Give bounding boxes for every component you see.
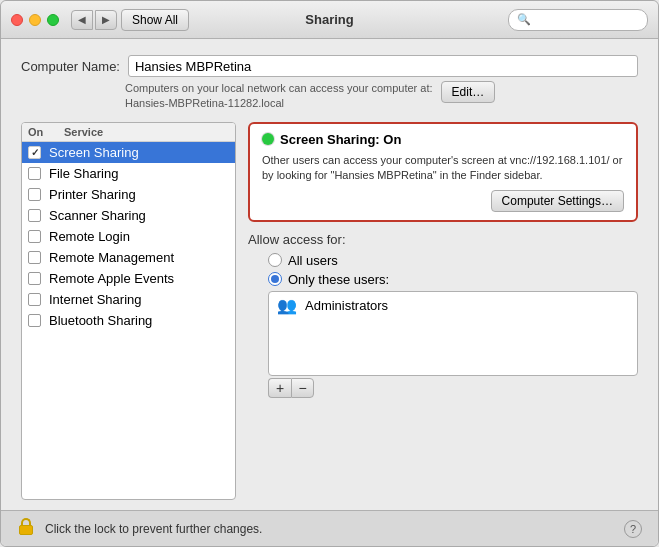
services-header: On Service: [22, 123, 235, 142]
computer-settings-button[interactable]: Computer Settings…: [491, 190, 624, 212]
service-name-label: Scanner Sharing: [49, 208, 146, 223]
radio-label: Only these users:: [288, 272, 389, 287]
service-checkbox[interactable]: [28, 188, 41, 201]
service-checkbox[interactable]: [28, 314, 41, 327]
main-window: ◀ ▶ Show All Sharing 🔍 Computer Name: Co…: [0, 0, 659, 547]
services-list: On Service Screen SharingFile SharingPri…: [21, 122, 236, 500]
computer-name-hint: Computers on your local network can acce…: [125, 81, 433, 112]
col-on-header: On: [28, 126, 56, 138]
lock-body: [19, 525, 33, 535]
main-panel: On Service Screen SharingFile SharingPri…: [21, 122, 638, 500]
service-item[interactable]: Internet Sharing: [22, 289, 235, 310]
show-all-button[interactable]: Show All: [121, 9, 189, 31]
users-list-box: 👥Administrators: [268, 291, 638, 376]
add-user-button[interactable]: +: [268, 378, 291, 398]
service-name-label: Bluetooth Sharing: [49, 313, 152, 328]
radio-button[interactable]: [268, 272, 282, 286]
service-name-label: Screen Sharing: [49, 145, 139, 160]
radio-row[interactable]: All users: [268, 253, 638, 268]
back-button[interactable]: ◀: [71, 10, 93, 30]
service-item[interactable]: Scanner Sharing: [22, 205, 235, 226]
radio-button[interactable]: [268, 253, 282, 267]
computer-name-input[interactable]: [128, 55, 638, 77]
user-icon: 👥: [277, 296, 297, 315]
status-dot: [262, 133, 274, 145]
computer-name-label: Computer Name:: [21, 59, 120, 74]
search-input[interactable]: [535, 13, 639, 27]
col-service-header: Service: [64, 126, 229, 138]
user-item[interactable]: 👥Administrators: [269, 292, 637, 319]
services-items: Screen SharingFile SharingPrinter Sharin…: [22, 142, 235, 499]
service-checkbox[interactable]: [28, 146, 41, 159]
radio-group: All usersOnly these users:: [268, 253, 638, 287]
help-button[interactable]: ?: [624, 520, 642, 538]
service-name-label: Printer Sharing: [49, 187, 136, 202]
users-list-controls: + −: [268, 378, 638, 398]
radio-row[interactable]: Only these users:: [268, 272, 638, 287]
service-name-label: Remote Apple Events: [49, 271, 174, 286]
right-panel: Screen Sharing: On Other users can acces…: [248, 122, 638, 500]
service-checkbox[interactable]: [28, 167, 41, 180]
service-item[interactable]: File Sharing: [22, 163, 235, 184]
status-box: Screen Sharing: On Other users can acces…: [248, 122, 638, 222]
radio-label: All users: [288, 253, 338, 268]
status-title: Screen Sharing: On: [262, 132, 624, 147]
service-checkbox[interactable]: [28, 230, 41, 243]
user-name-label: Administrators: [305, 298, 388, 313]
service-item[interactable]: Screen Sharing: [22, 142, 235, 163]
lock-icon[interactable]: [17, 518, 35, 540]
close-button[interactable]: [11, 14, 23, 26]
nav-buttons: ◀ ▶: [71, 10, 117, 30]
access-label: Allow access for:: [248, 232, 638, 247]
service-item[interactable]: Remote Apple Events: [22, 268, 235, 289]
service-checkbox[interactable]: [28, 251, 41, 264]
lock-shackle: [21, 518, 31, 525]
titlebar: ◀ ▶ Show All Sharing 🔍: [1, 1, 658, 39]
lock-text: Click the lock to prevent further change…: [45, 522, 262, 536]
search-box[interactable]: 🔍: [508, 9, 648, 31]
service-item[interactable]: Remote Management: [22, 247, 235, 268]
search-icon: 🔍: [517, 13, 531, 26]
service-name-label: Remote Management: [49, 250, 174, 265]
service-item[interactable]: Bluetooth Sharing: [22, 310, 235, 331]
service-checkbox[interactable]: [28, 209, 41, 222]
service-checkbox[interactable]: [28, 293, 41, 306]
service-name-label: Internet Sharing: [49, 292, 142, 307]
service-name-label: File Sharing: [49, 166, 118, 181]
window-title: Sharing: [305, 12, 353, 27]
minimize-button[interactable]: [29, 14, 41, 26]
service-item[interactable]: Remote Login: [22, 226, 235, 247]
access-section: Allow access for: All usersOnly these us…: [248, 232, 638, 398]
service-name-label: Remote Login: [49, 229, 130, 244]
service-item[interactable]: Printer Sharing: [22, 184, 235, 205]
maximize-button[interactable]: [47, 14, 59, 26]
edit-button[interactable]: Edit…: [441, 81, 496, 103]
service-checkbox[interactable]: [28, 272, 41, 285]
status-description: Other users can access your computer's s…: [262, 153, 624, 184]
traffic-lights: [11, 14, 59, 26]
bottom-bar: Click the lock to prevent further change…: [1, 510, 658, 546]
forward-button[interactable]: ▶: [95, 10, 117, 30]
status-title-text: Screen Sharing: On: [280, 132, 401, 147]
remove-user-button[interactable]: −: [291, 378, 314, 398]
content-area: Computer Name: Computers on your local n…: [1, 39, 658, 510]
computer-name-section: Computer Name: Computers on your local n…: [21, 55, 638, 112]
